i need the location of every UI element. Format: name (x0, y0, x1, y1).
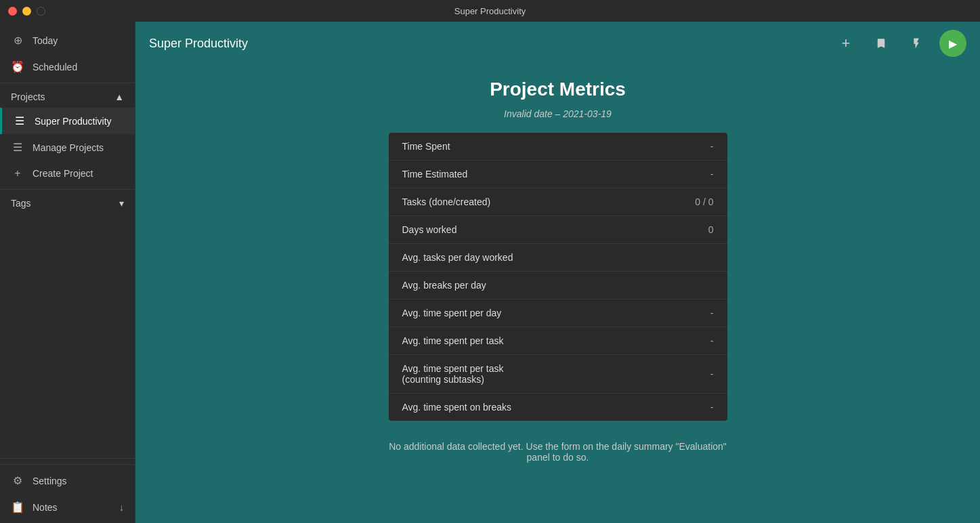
maximize-button[interactable] (37, 7, 45, 16)
metrics-row-avg-breaks-per-day: Avg. breaks per day (389, 272, 727, 299)
metrics-label-tasks: Tasks (done/created) (402, 196, 491, 207)
metrics-row-avg-tasks-per-day: Avg. tasks per day worked (389, 244, 727, 272)
main-scroll-area[interactable]: Project Metrics Invalid date – 2021-03-1… (135, 65, 980, 523)
sidebar-item-today[interactable]: ⊕ Today (0, 27, 135, 54)
settings-icon: ⚙ (11, 474, 24, 487)
manage-projects-icon: ☰ (11, 141, 24, 154)
today-icon: ⊕ (11, 34, 24, 47)
bookmark-button[interactable] (869, 31, 893, 56)
page-title: Super Productivity (149, 37, 248, 51)
metrics-heading: Project Metrics (389, 79, 727, 100)
metrics-label-avg-time-per-task: Avg. time spent per task (402, 335, 504, 346)
sidebar-item-create-project-label: Create Project (33, 168, 93, 179)
tags-section-label: Tags (11, 198, 31, 209)
metrics-row-time-spent: Time Spent - (389, 133, 727, 161)
metrics-label-avg-time-per-day: Avg. time spent per day (402, 308, 502, 318)
scheduled-icon: ⏰ (11, 60, 24, 73)
bolt-icon (910, 37, 922, 49)
close-button[interactable] (8, 7, 17, 16)
window-controls (8, 7, 45, 16)
sidebar-item-scheduled-label: Scheduled (33, 62, 77, 72)
main-content: Super Productivity + ▶ (135, 22, 980, 523)
sidebar-divider-2 (0, 189, 135, 190)
metrics-row-tasks: Tasks (done/created) 0 / 0 (389, 188, 727, 216)
metrics-date: Invalid date – 2021-03-19 (389, 108, 727, 119)
sidebar-divider-1 (0, 83, 135, 83)
projects-section-label: Projects (11, 91, 45, 102)
metrics-row-avg-time-per-task: Avg. time spent per task - (389, 327, 727, 355)
metrics-row-days-worked: Days worked 0 (389, 216, 727, 244)
sidebar-item-super-productivity[interactable]: ☰ Super Productivity (0, 108, 135, 134)
add-button[interactable]: + (834, 31, 858, 56)
metrics-label-avg-time-on-breaks: Avg. time spent on breaks (402, 402, 512, 413)
create-project-icon: + (11, 167, 24, 180)
metrics-value-avg-time-per-task: - (710, 335, 714, 346)
sidebar-item-settings-label: Settings (33, 476, 67, 486)
metrics-container: Project Metrics Invalid date – 2021-03-1… (389, 79, 727, 463)
metrics-value-days-worked: 0 (708, 224, 714, 235)
sidebar-item-super-productivity-label: Super Productivity (35, 116, 112, 127)
tags-section-header[interactable]: Tags ▾ (0, 192, 135, 214)
metrics-table: Time Spent - Time Estimated - Tasks (don… (389, 133, 727, 421)
projects-expand-icon: ▲ (114, 91, 124, 102)
metrics-value-avg-time-on-breaks: - (710, 402, 714, 413)
sidebar-item-notes[interactable]: 📋 Notes ↓ (0, 494, 135, 520)
sidebar-item-scheduled[interactable]: ⏰ Scheduled (0, 54, 135, 80)
sidebar-item-manage-projects-label: Manage Projects (33, 142, 104, 153)
play-icon: ▶ (949, 37, 957, 50)
sidebar-nav: ⊕ Today ⏰ Scheduled Projects ▲ ☰ Super P… (0, 22, 135, 458)
metrics-value-avg-time-per-day: - (710, 308, 714, 318)
tags-expand-icon: ▾ (119, 198, 124, 209)
titlebar: Super Productivity (0, 0, 980, 22)
no-data-text: No additional data collected yet. Use th… (389, 441, 727, 463)
metrics-label-time-spent: Time Spent (402, 141, 450, 152)
play-button[interactable]: ▶ (939, 30, 966, 57)
sidebar: ⊕ Today ⏰ Scheduled Projects ▲ ☰ Super P… (0, 22, 135, 523)
metrics-value-tasks: 0 / 0 (695, 196, 713, 207)
metrics-label-avg-tasks-per-day: Avg. tasks per day worked (402, 252, 513, 263)
bookmark-icon (875, 37, 887, 49)
metrics-label-avg-breaks-per-day: Avg. breaks per day (402, 280, 486, 291)
metrics-value-avg-time-per-task-subtasks: - (710, 369, 714, 379)
projects-section-header[interactable]: Projects ▲ (0, 86, 135, 108)
sidebar-item-notes-label: Notes (33, 502, 111, 513)
metrics-row-avg-time-per-task-subtasks: Avg. time spent per task(counting subtas… (389, 355, 727, 394)
sidebar-item-today-label: Today (33, 35, 58, 46)
notes-icon: 📋 (11, 501, 24, 514)
app-body: ⊕ Today ⏰ Scheduled Projects ▲ ☰ Super P… (0, 22, 980, 523)
titlebar-text: Super Productivity (454, 6, 526, 16)
metrics-label-time-estimated: Time Estimated (402, 169, 468, 180)
metrics-row-time-estimated: Time Estimated - (389, 161, 727, 188)
metrics-value-time-spent: - (710, 141, 714, 152)
topbar-actions: + ▶ (834, 30, 966, 57)
metrics-label-avg-time-per-task-subtasks: Avg. time spent per task(counting subtas… (402, 363, 504, 385)
sidebar-bottom: ⚙ Settings 📋 Notes ↓ (0, 458, 135, 523)
notes-action-icon: ↓ (119, 502, 124, 513)
metrics-row-avg-time-on-breaks: Avg. time spent on breaks - (389, 394, 727, 421)
metrics-row-avg-time-per-day: Avg. time spent per day - (389, 299, 727, 327)
project-icon-super-productivity: ☰ (13, 114, 26, 127)
sidebar-item-manage-projects[interactable]: ☰ Manage Projects (0, 134, 135, 161)
metrics-label-days-worked: Days worked (402, 224, 457, 235)
topbar: Super Productivity + ▶ (135, 22, 980, 65)
sidebar-item-create-project[interactable]: + Create Project (0, 161, 135, 186)
metrics-value-time-estimated: - (710, 169, 714, 180)
sidebar-item-settings[interactable]: ⚙ Settings (0, 467, 135, 494)
sidebar-divider-bottom (0, 464, 135, 465)
bolt-button[interactable] (904, 31, 929, 56)
minimize-button[interactable] (22, 7, 31, 16)
